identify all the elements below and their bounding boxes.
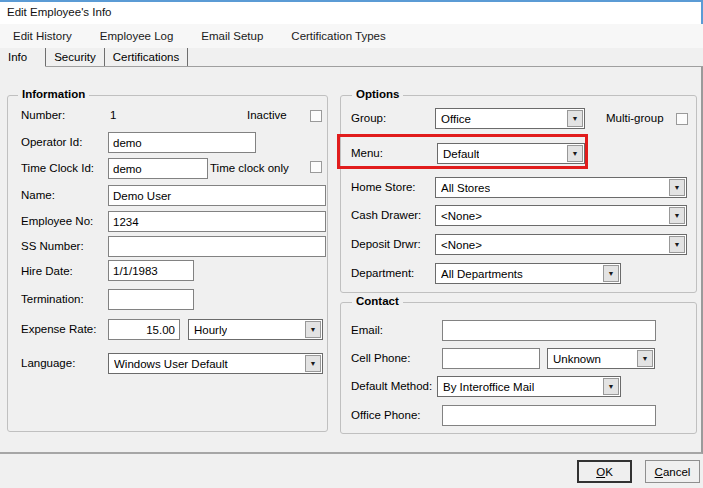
button-bar: OK Cancel <box>0 454 703 488</box>
deposit-drwr-label: Deposit Drwr: <box>351 238 421 250</box>
operator-id-field[interactable] <box>108 132 256 153</box>
termination-field[interactable] <box>108 289 194 310</box>
ss-number-field[interactable] <box>108 236 326 257</box>
window-title: Edit Employee's Info <box>7 6 111 18</box>
language-label: Language: <box>21 357 75 369</box>
tab-security[interactable]: Security <box>46 48 105 66</box>
hire-date-field[interactable] <box>108 260 194 281</box>
chevron-down-icon[interactable]: ▼ <box>567 110 583 127</box>
ok-button[interactable]: OK <box>577 460 632 483</box>
office-phone-field[interactable] <box>442 405 656 426</box>
number-value: 1 <box>110 109 116 121</box>
default-method-label: Default Method: <box>351 380 432 392</box>
options-caption: Options <box>352 88 403 100</box>
employee-no-field[interactable] <box>108 211 326 232</box>
chevron-down-icon[interactable]: ▼ <box>637 350 653 367</box>
time-clock-only-label: Time clock only <box>210 162 289 174</box>
cancel-button[interactable]: Cancel <box>645 460 700 483</box>
chevron-down-icon[interactable]: ▼ <box>305 355 321 372</box>
hire-date-label: Hire Date: <box>21 265 73 277</box>
group-label: Group: <box>351 112 386 124</box>
tab-strip: Info Security Certifications <box>0 48 703 67</box>
termination-label: Termination: <box>21 293 84 305</box>
info-tab-page: Information Number: 1 Inactive Operator … <box>0 67 703 454</box>
chevron-down-icon[interactable]: ▼ <box>305 321 321 338</box>
office-phone-label: Office Phone: <box>351 409 420 421</box>
menu-bar: Edit History Employee Log Email Setup Ce… <box>0 24 703 48</box>
number-label: Number: <box>21 109 65 121</box>
multi-group-checkbox[interactable] <box>676 113 688 125</box>
chevron-down-icon[interactable]: ▼ <box>669 207 685 224</box>
deposit-drwr-dropdown[interactable]: <None> ▼ <box>435 234 687 255</box>
cell-phone-type-dropdown[interactable]: Unknown ▼ <box>547 348 655 369</box>
cell-phone-field[interactable] <box>442 348 540 369</box>
time-clock-only-checkbox[interactable] <box>310 161 322 173</box>
multi-group-label: Multi-group <box>606 112 664 124</box>
default-method-dropdown[interactable]: By Interoffice Mail ▼ <box>437 376 621 397</box>
email-field[interactable] <box>442 320 656 341</box>
expense-rate-label: Expense Rate: <box>21 323 96 335</box>
expense-rate-field[interactable] <box>108 319 180 340</box>
title-bar: Edit Employee's Info <box>0 2 703 24</box>
cash-drawer-dropdown[interactable]: <None> ▼ <box>435 205 687 226</box>
tab-certifications[interactable]: Certifications <box>105 48 188 66</box>
inactive-label: Inactive <box>247 109 287 121</box>
menu-certification-types[interactable]: Certification Types <box>291 30 385 42</box>
name-field[interactable] <box>108 185 326 206</box>
home-store-dropdown[interactable]: All Stores ▼ <box>435 177 687 198</box>
expense-rate-unit-dropdown[interactable]: Hourly ▼ <box>188 319 323 340</box>
chevron-down-icon[interactable]: ▼ <box>669 179 685 196</box>
time-clock-id-field[interactable] <box>108 158 208 179</box>
menu-edit-history[interactable]: Edit History <box>13 30 72 42</box>
contact-caption: Contact <box>352 295 403 307</box>
name-label: Name: <box>21 189 55 201</box>
ss-number-label: SS Number: <box>21 240 84 252</box>
cell-phone-label: Cell Phone: <box>351 352 410 364</box>
menu-email-setup[interactable]: Email Setup <box>201 30 263 42</box>
chevron-down-icon[interactable]: ▼ <box>669 236 685 253</box>
employee-no-label: Employee No: <box>21 215 93 227</box>
tab-info[interactable]: Info <box>0 48 46 67</box>
edit-employee-info-window: Edit Employee's Info Edit History Employ… <box>0 0 703 488</box>
email-label: Email: <box>351 324 383 336</box>
language-dropdown[interactable]: Windows User Default ▼ <box>108 353 323 374</box>
inactive-checkbox[interactable] <box>310 110 322 122</box>
menu-row-highlight <box>337 134 588 169</box>
department-dropdown[interactable]: All Departments ▼ <box>435 263 621 284</box>
cash-drawer-label: Cash Drawer: <box>351 209 421 221</box>
time-clock-id-label: Time Clock Id: <box>21 162 94 174</box>
group-dropdown[interactable]: Office ▼ <box>435 108 585 129</box>
home-store-label: Home Store: <box>351 181 416 193</box>
menu-employee-log[interactable]: Employee Log <box>100 30 174 42</box>
operator-id-label: Operator Id: <box>21 136 82 148</box>
information-caption: Information <box>18 88 89 100</box>
department-label: Department: <box>351 267 414 279</box>
chevron-down-icon[interactable]: ▼ <box>603 265 619 282</box>
chevron-down-icon[interactable]: ▼ <box>603 378 619 395</box>
